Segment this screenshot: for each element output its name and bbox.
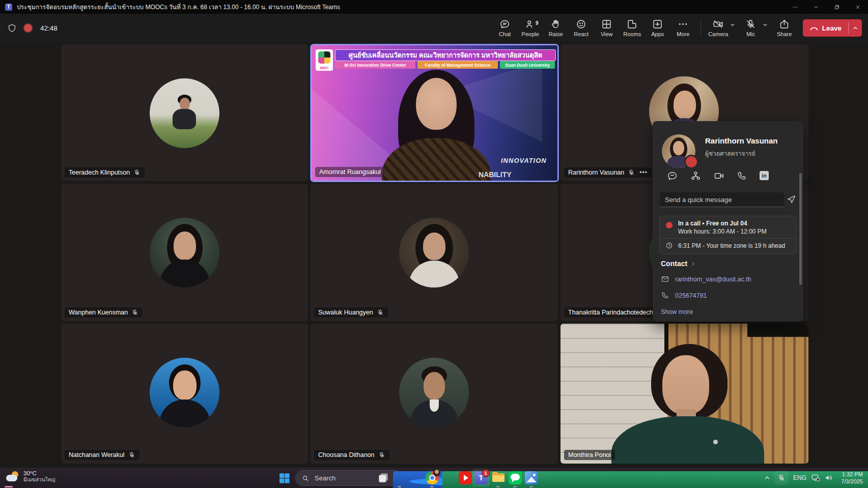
weather-icon — [6, 471, 20, 482]
teams-logo-icon: T — [5, 4, 12, 11]
rooms-button[interactable]: Rooms — [620, 15, 645, 41]
leave-button[interactable]: Leave — [803, 19, 862, 37]
banner-university: Suan Dusit University — [500, 61, 555, 69]
raise-hand-button[interactable]: Raise — [544, 15, 568, 41]
photos-icon[interactable] — [525, 471, 538, 484]
participant-tile-suwaluk[interactable]: Suwaluk Huangyen — [311, 184, 558, 321]
contact-phone-row: 025674781 — [661, 291, 707, 300]
midc-logo: MIDC — [316, 49, 333, 71]
restore-icon — [834, 4, 840, 10]
restore-button[interactable] — [826, 0, 847, 14]
clock-widget[interactable]: 1:32 PM 7/3/2025 — [836, 471, 863, 485]
chevron-right-icon — [690, 261, 696, 267]
participant-tile-teeradech[interactable]: Teeradech Klinputson — [61, 44, 308, 181]
mic-muted-icon — [128, 451, 135, 458]
apps-button[interactable]: Apps — [646, 15, 670, 41]
people-icon — [525, 19, 536, 30]
phone-call-icon[interactable] — [737, 170, 747, 181]
search-icon — [302, 475, 309, 482]
people-button[interactable]: 9 People — [518, 15, 543, 41]
busy-status-icon — [666, 222, 673, 228]
contact-card-popup: Rarinthorn Vasunan ผู้ช่วยศาสตราจารย์ in… — [653, 121, 803, 322]
teams-icon: T 1 — [474, 471, 488, 484]
close-icon — [855, 4, 861, 10]
background-text-nability: NABILITY — [479, 170, 512, 179]
mic-off-icon — [745, 19, 756, 30]
more-actions-button[interactable]: More — [671, 15, 695, 41]
tray-overflow-chevron-icon[interactable] — [764, 474, 771, 481]
network-icon[interactable] — [811, 473, 820, 482]
quick-message-input[interactable] — [660, 192, 784, 207]
window-title: ประชุมการจัดอบรมหลักสูตรระยะสั้นนำเข้าระ… — [17, 2, 340, 12]
participant-nametag: Suwaluk Huangyen — [314, 307, 388, 318]
mic-muted-icon — [131, 309, 138, 316]
volume-icon[interactable] — [824, 473, 833, 482]
minimize-icon — [813, 4, 819, 10]
linkedin-icon[interactable]: in — [760, 171, 769, 180]
language-indicator[interactable]: ENG — [793, 474, 806, 481]
share-button[interactable]: Share — [772, 15, 797, 41]
tray-mic-muted-button[interactable] — [774, 471, 789, 485]
mic-muted-icon — [378, 451, 385, 458]
chrome-profile-avatar — [433, 469, 440, 476]
teams-window: T ประชุมการจัดอบรมหลักสูตรระยะสั้นนำเข้า… — [0, 0, 868, 488]
participant-tile-choosana[interactable]: Choosana Dithanon — [311, 324, 558, 464]
more-icon — [792, 4, 798, 10]
mic-options-chevron-icon[interactable] — [762, 22, 768, 28]
mic-muted-icon — [777, 474, 786, 482]
mic-button[interactable]: Mic — [739, 15, 763, 41]
presence-busy-icon — [684, 155, 698, 169]
contact-phone-link[interactable]: 025674781 — [675, 292, 707, 299]
video-call-icon[interactable] — [714, 170, 724, 181]
contact-name: Rarinthorn Vasunan — [705, 136, 778, 145]
close-button[interactable] — [847, 0, 868, 14]
view-grid-icon — [601, 19, 612, 30]
view-button[interactable]: View — [595, 15, 619, 41]
participant-tile-amornrat-active-speaker[interactable]: MIDC ศูนย์ขับเคลื่อนนวัตกรรม คณะวิทยาการ… — [311, 44, 558, 182]
start-button[interactable] — [278, 472, 291, 484]
search-input[interactable] — [314, 474, 377, 482]
teams-notification-badge: 1 — [482, 469, 490, 477]
file-explorer-icon[interactable] — [492, 471, 505, 484]
weather-widget[interactable]: 30°C มีเมฆส่วนใหญ่ — [6, 470, 55, 483]
participant-avatar — [399, 218, 469, 288]
tile-more-options-icon[interactable]: ••• — [639, 169, 648, 176]
participant-avatar — [150, 218, 219, 288]
show-more-link[interactable]: Show more — [661, 308, 693, 315]
phone-icon — [661, 291, 669, 300]
participant-tile-wanphen[interactable]: Wanphen Kuensman — [61, 184, 308, 321]
mic-muted-icon — [628, 169, 635, 176]
work-hours: Work hours: 3:00 AM - 12:00 PM — [678, 228, 767, 235]
clock-icon — [665, 242, 673, 249]
participant-tile-monthira[interactable]: Monthira Ponoi — [561, 324, 808, 464]
line-icon[interactable] — [509, 471, 522, 484]
chrome-icon[interactable] — [426, 471, 439, 484]
contact-section-header[interactable]: Contact — [661, 260, 696, 268]
popup-scrollbar[interactable] — [799, 173, 802, 285]
weather-description: มีเมฆส่วนใหญ่ — [23, 477, 55, 483]
weather-temperature: 30°C — [23, 470, 55, 477]
send-message-icon[interactable] — [786, 194, 797, 205]
minimize-button[interactable] — [805, 0, 826, 14]
participant-tile-natchanan[interactable]: Natchanan Werakul — [61, 324, 308, 464]
chat-button[interactable]: Chat — [493, 15, 517, 41]
teams-taskbar-button[interactable]: T 1 — [472, 469, 490, 486]
contact-email-link[interactable]: rarinthorn_vas@dusit.ac.th — [675, 276, 751, 283]
hangup-icon — [809, 23, 819, 33]
banner-faculty: Faculty of Management Science — [417, 61, 498, 69]
tray-date: 7/3/2025 — [836, 478, 863, 485]
camera-options-chevron-icon[interactable] — [730, 22, 736, 28]
chat-icon[interactable] — [667, 170, 678, 181]
email-icon — [661, 275, 669, 283]
react-button[interactable]: React — [569, 15, 594, 41]
youtube-icon[interactable] — [459, 471, 472, 484]
tray-time: 1:32 PM — [836, 471, 863, 478]
leave-options-chevron-icon[interactable] — [849, 25, 862, 31]
participant-nametag: Wanphen Kuensman — [65, 307, 143, 318]
titlebar-more-button[interactable] — [785, 0, 805, 14]
titlebar: T ประชุมการจัดอบรมหลักสูตรระยะสั้นนำเข้า… — [0, 0, 868, 14]
camera-button[interactable]: Camera — [706, 15, 731, 41]
task-view-icon[interactable] — [377, 471, 390, 484]
org-chart-icon[interactable] — [690, 170, 701, 181]
banner-msci: M-Sci Innovation Drive Center — [335, 61, 415, 69]
